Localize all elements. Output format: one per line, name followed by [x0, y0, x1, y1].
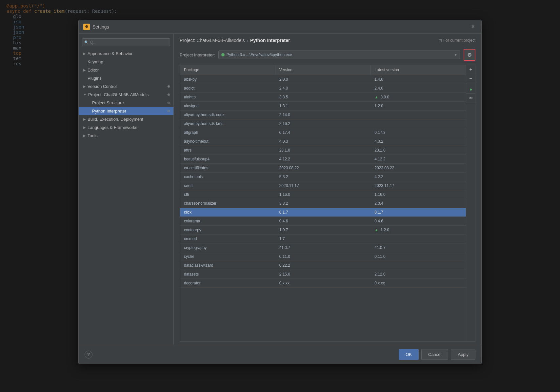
gear-button[interactable]: ⚙	[464, 49, 475, 61]
table-row[interactable]: dataclass-wizard0.22.2	[180, 261, 466, 270]
sidebar-item-build-execution[interactable]: ▶ Build, Execution, Deployment	[79, 115, 173, 123]
sidebar-item-python-interpreter[interactable]: ▶ Python Interpreter ⊕	[79, 107, 173, 115]
chevron-down-icon: ▼	[454, 53, 457, 57]
dialog-title: Settings	[92, 24, 469, 30]
dialog-footer: ? OK Cancel Apply	[79, 345, 481, 364]
sidebar-item-editor[interactable]: ▶ Editor	[79, 66, 173, 74]
interpreter-select[interactable]: Python 3.x ...\Envs\valov5\python.exe ▼	[218, 51, 460, 59]
update-package-button[interactable]: ●	[466, 85, 475, 94]
sidebar-item-project[interactable]: ▼ Project: ChatGLM-6B-AllModels ⊕	[79, 91, 173, 99]
breadcrumb-project: Project: ChatGLM-6B-AllModels	[180, 38, 245, 43]
settings-icon: ⚙	[83, 24, 90, 30]
help-button[interactable]: ?	[85, 351, 92, 359]
table-row[interactable]: altgraph0.17.40.17.3	[180, 128, 466, 137]
arrow-icon: ▶	[83, 126, 86, 129]
table-row[interactable]: colorama0.4.60.4.6	[180, 217, 466, 226]
table-row[interactable]: beautifulsoup44.12.24.12.2	[180, 155, 466, 164]
sidebar-item-appearance[interactable]: ▶ Appearance & Behavior	[79, 50, 173, 58]
table-row[interactable]: cachetools5.3.24.2.2	[180, 173, 466, 181]
ok-button[interactable]: OK	[399, 349, 419, 360]
table-row[interactable]: certifi2023.11.172023.11.17	[180, 181, 466, 190]
search-box: 🔍	[82, 38, 170, 46]
settings-dialog: ⚙ Settings × 🔍 ▶ Appearance & Behavior ▶…	[78, 20, 482, 364]
project-icon: ⊕	[167, 93, 170, 97]
table-row[interactable]: addict2.4.02.4.0	[180, 84, 466, 93]
table-row[interactable]: cffi1.16.01.16.0	[180, 190, 466, 199]
table-body: absl-py2.0.01.4.0addict2.4.02.4.0aiohttp…	[180, 75, 466, 341]
cell-latest: 1.4.0	[370, 75, 466, 84]
toggle-visibility-button[interactable]: 👁	[466, 94, 475, 103]
sidebar-item-label: Build, Execution, Deployment	[88, 117, 143, 122]
sidebar-item-languages[interactable]: ▶ Languages & Frameworks	[79, 123, 173, 132]
apply-button[interactable]: Apply	[451, 349, 475, 360]
table-row[interactable]: charset-normalizer3.3.22.0.4	[180, 199, 466, 208]
cell-latest	[370, 111, 466, 119]
table-row[interactable]: crcmod1.7	[180, 235, 466, 243]
search-input[interactable]	[82, 38, 170, 46]
cell-version: 8.1.7	[275, 208, 371, 217]
cell-latest: 41.0.7	[370, 243, 466, 252]
table-header: Package Version Latest version	[180, 65, 466, 75]
cell-version: 1.16.0	[275, 190, 371, 199]
remove-package-button[interactable]: −	[466, 74, 475, 83]
cell-version: 0.22.2	[275, 261, 371, 270]
interpreter-value: Python 3.x ...\Envs\valov5\python.exe	[227, 52, 452, 57]
table-row[interactable]: aliyun-python-sdk-core2.14.0	[180, 111, 466, 119]
cell-package: colorama	[180, 217, 275, 225]
table-row[interactable]: ca-certificates2023.08.222023.08.22	[180, 164, 466, 173]
sidebar-item-version-control[interactable]: ▶ Version Control ⊕	[79, 82, 173, 91]
sidebar-item-plugins[interactable]: ▶ Plugins	[79, 74, 173, 82]
col-header-package: Package	[180, 65, 275, 75]
cell-latest: 4.12.2	[370, 155, 466, 163]
table-row[interactable]: datasets2.15.02.12.0	[180, 270, 466, 279]
table-row[interactable]: aiosignal1.3.11.2.0	[180, 102, 466, 111]
table-row[interactable]: cryptography41.0.741.0.7	[180, 243, 466, 252]
table-row[interactable]: aiohttp3.8.5▲ 3.9.0	[180, 93, 466, 102]
sidebar-item-label: Python Interpreter	[92, 109, 126, 113]
cell-package: certifi	[180, 181, 275, 190]
sidebar-item-label: Project: ChatGLM-6B-AllModels	[88, 92, 149, 97]
sidebar-item-project-structure[interactable]: ▶ Project Structure ⊕	[79, 99, 173, 107]
cell-version: 2.14.0	[275, 111, 371, 119]
add-package-button[interactable]: +	[466, 65, 475, 74]
cell-version: 0.x.xx	[275, 279, 371, 287]
sidebar-item-keymap[interactable]: ▶ Keymap	[79, 58, 173, 66]
cell-version: 2.16.2	[275, 119, 371, 128]
cell-package: aiohttp	[180, 93, 275, 101]
cell-version: 2.4.0	[275, 84, 371, 93]
table-row[interactable]: cycler0.11.00.11.0	[180, 252, 466, 261]
arrow-icon: ▶	[83, 134, 86, 137]
tag-label: For current project	[443, 38, 475, 43]
sidebar-item-tools[interactable]: ▶ Tools	[79, 132, 173, 140]
table-row[interactable]: click8.1.78.1.7	[180, 208, 466, 217]
table-row[interactable]: decorator0.x.xx0.x.xx	[180, 279, 466, 288]
cell-version: 1.0.7	[275, 226, 371, 234]
cell-latest: 1.2.0	[370, 102, 466, 110]
table-row[interactable]: aliyun-python-sdk-kms2.16.2	[180, 119, 466, 128]
action-buttons: + − ● 👁	[466, 65, 475, 341]
cell-package: dataclass-wizard	[180, 261, 275, 270]
search-icon: 🔍	[84, 40, 89, 45]
close-button[interactable]: ×	[469, 23, 477, 31]
cell-version: 4.0.3	[275, 137, 371, 146]
table-row[interactable]: async-timeout4.0.34.0.2	[180, 137, 466, 146]
table-row[interactable]: attrs23.1.023.1.0	[180, 146, 466, 155]
cell-package: aliyun-python-sdk-core	[180, 111, 275, 119]
table-row[interactable]: absl-py2.0.01.4.0	[180, 75, 466, 84]
table-row[interactable]: contourpy1.0.7▲ 1.2.0	[180, 226, 466, 235]
cancel-button[interactable]: Cancel	[421, 349, 448, 360]
cell-latest: 2.12.0	[370, 270, 466, 279]
cell-version: 4.12.2	[275, 155, 371, 163]
arrow-icon: ▶	[83, 85, 86, 88]
upgrade-arrow-icon: ▲	[374, 228, 379, 232]
cell-package: addict	[180, 84, 275, 93]
arrow-icon: ▶	[83, 52, 86, 55]
cell-package: altgraph	[180, 128, 275, 137]
sidebar-item-label: Editor	[88, 68, 99, 72]
cell-version: 41.0.7	[275, 243, 371, 252]
cell-package: ca-certificates	[180, 164, 275, 172]
sidebar-item-label: Project Structure	[92, 100, 124, 105]
sidebar-item-label: Plugins	[88, 76, 102, 81]
cell-version: 2.0.0	[275, 75, 371, 84]
cell-version: 0.17.4	[275, 128, 371, 137]
